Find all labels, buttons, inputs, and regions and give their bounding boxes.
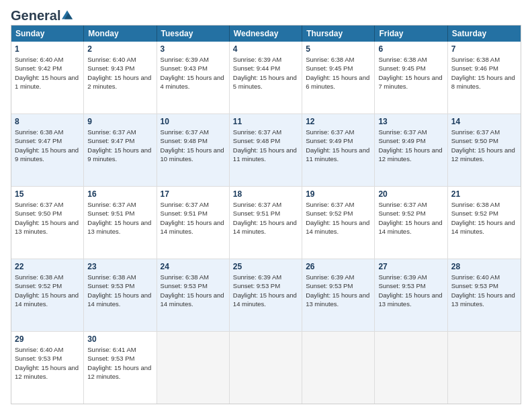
day-number: 10 [161, 117, 226, 126]
sunset-text: Sunset: 9:50 PM [15, 209, 80, 218]
day-info: Sunrise: 6:37 AMSunset: 9:50 PMDaylight:… [15, 200, 80, 236]
daylight-text: Daylight: 15 hours and 11 minutes. [233, 146, 298, 164]
page: General SundayMondayTuesdayWednesdayThur… [0, 0, 532, 411]
logo-icon [62, 9, 73, 20]
day-cell: 5Sunrise: 6:38 AMSunset: 9:45 PMDaylight… [302, 42, 375, 113]
day-number: 17 [161, 189, 226, 199]
day-info: Sunrise: 6:37 AMSunset: 9:49 PMDaylight:… [306, 128, 371, 163]
sunrise-text: Sunrise: 6:37 AM [378, 200, 443, 209]
day-cell: 12Sunrise: 6:37 AMSunset: 9:49 PMDayligh… [302, 114, 375, 186]
calendar-row: 8Sunrise: 6:38 AMSunset: 9:47 PMDaylight… [11, 113, 521, 186]
sunrise-text: Sunrise: 6:37 AM [87, 128, 152, 136]
day-cell: 4Sunrise: 6:39 AMSunset: 9:44 PMDaylight… [230, 42, 302, 113]
weekday-header: Sunday [11, 26, 84, 42]
day-number: 16 [87, 189, 152, 199]
day-number: 27 [378, 262, 443, 271]
day-info: Sunrise: 6:37 AMSunset: 9:48 PMDaylight:… [161, 128, 226, 163]
daylight-text: Daylight: 15 hours and 10 minutes. [161, 146, 226, 164]
day-info: Sunrise: 6:38 AMSunset: 9:52 PMDaylight:… [15, 273, 80, 308]
sunrise-text: Sunrise: 6:40 AM [87, 55, 152, 64]
sunrise-text: Sunrise: 6:37 AM [87, 200, 152, 209]
sunrise-text: Sunrise: 6:39 AM [306, 273, 371, 281]
daylight-text: Daylight: 15 hours and 13 minutes. [306, 291, 371, 309]
calendar-row: 15Sunrise: 6:37 AMSunset: 9:50 PMDayligh… [11, 186, 521, 259]
sunset-text: Sunset: 9:53 PM [378, 281, 443, 290]
calendar-body: 1Sunrise: 6:40 AMSunset: 9:42 PMDaylight… [11, 42, 521, 404]
daylight-text: Daylight: 15 hours and 2 minutes. [87, 73, 152, 91]
sunset-text: Sunset: 9:49 PM [306, 136, 371, 145]
sunset-text: Sunset: 9:49 PM [378, 136, 443, 145]
sunrise-text: Sunrise: 6:37 AM [306, 128, 371, 136]
day-cell: 15Sunrise: 6:37 AMSunset: 9:50 PMDayligh… [11, 187, 84, 259]
day-info: Sunrise: 6:39 AMSunset: 9:43 PMDaylight:… [161, 55, 226, 91]
daylight-text: Daylight: 15 hours and 14 minutes. [233, 291, 298, 309]
calendar-header: SundayMondayTuesdayWednesdayThursdayFrid… [11, 26, 521, 42]
weekday-header: Monday [84, 26, 157, 42]
sunrise-text: Sunrise: 6:37 AM [451, 128, 517, 136]
sunset-text: Sunset: 9:43 PM [161, 64, 226, 73]
day-cell: 19Sunrise: 6:37 AMSunset: 9:52 PMDayligh… [302, 187, 375, 259]
day-cell: 1Sunrise: 6:40 AMSunset: 9:42 PMDaylight… [11, 42, 84, 113]
sunrise-text: Sunrise: 6:39 AM [161, 55, 226, 64]
day-cell: 26Sunrise: 6:39 AMSunset: 9:53 PMDayligh… [302, 259, 375, 331]
daylight-text: Daylight: 15 hours and 12 minutes. [87, 363, 152, 381]
sunset-text: Sunset: 9:44 PM [233, 64, 298, 73]
sunrise-text: Sunrise: 6:37 AM [161, 200, 226, 209]
weekday-header: Wednesday [230, 26, 302, 42]
day-info: Sunrise: 6:39 AMSunset: 9:53 PMDaylight:… [378, 273, 443, 308]
sunset-text: Sunset: 9:52 PM [15, 281, 80, 290]
sunset-text: Sunset: 9:52 PM [451, 209, 517, 218]
sunrise-text: Sunrise: 6:38 AM [87, 273, 152, 281]
calendar-row: 1Sunrise: 6:40 AMSunset: 9:42 PMDaylight… [11, 42, 521, 113]
day-number: 20 [378, 189, 443, 199]
sunset-text: Sunset: 9:53 PM [15, 354, 80, 363]
day-info: Sunrise: 6:40 AMSunset: 9:43 PMDaylight:… [87, 55, 152, 91]
day-number: 1 [15, 44, 80, 54]
day-info: Sunrise: 6:40 AMSunset: 9:53 PMDaylight:… [451, 273, 517, 308]
sunrise-text: Sunrise: 6:37 AM [378, 128, 443, 136]
sunset-text: Sunset: 9:48 PM [233, 136, 298, 145]
sunrise-text: Sunrise: 6:40 AM [15, 55, 80, 64]
day-info: Sunrise: 6:37 AMSunset: 9:47 PMDaylight:… [87, 128, 152, 163]
sunset-text: Sunset: 9:53 PM [87, 281, 152, 290]
daylight-text: Daylight: 15 hours and 9 minutes. [15, 146, 80, 164]
daylight-text: Daylight: 15 hours and 1 minute. [15, 73, 80, 91]
day-number: 21 [451, 189, 517, 199]
day-info: Sunrise: 6:37 AMSunset: 9:51 PMDaylight:… [233, 200, 298, 236]
daylight-text: Daylight: 15 hours and 13 minutes. [378, 291, 443, 309]
sunrise-text: Sunrise: 6:37 AM [306, 200, 371, 209]
day-number: 29 [15, 334, 80, 344]
sunset-text: Sunset: 9:47 PM [15, 136, 80, 145]
day-info: Sunrise: 6:37 AMSunset: 9:52 PMDaylight:… [378, 200, 443, 236]
calendar: SundayMondayTuesdayWednesdayThursdayFrid… [11, 25, 521, 404]
day-cell: 3Sunrise: 6:39 AMSunset: 9:43 PMDaylight… [157, 42, 230, 113]
daylight-text: Daylight: 15 hours and 12 minutes. [15, 363, 80, 381]
weekday-header: Friday [375, 26, 447, 42]
daylight-text: Daylight: 15 hours and 13 minutes. [451, 291, 517, 309]
day-cell: 14Sunrise: 6:37 AMSunset: 9:50 PMDayligh… [448, 114, 521, 186]
sunrise-text: Sunrise: 6:40 AM [451, 273, 517, 281]
sunrise-text: Sunrise: 6:39 AM [233, 273, 298, 281]
day-info: Sunrise: 6:38 AMSunset: 9:45 PMDaylight:… [378, 55, 443, 91]
day-number: 26 [306, 262, 371, 271]
sunset-text: Sunset: 9:43 PM [87, 64, 152, 73]
day-cell: 17Sunrise: 6:37 AMSunset: 9:51 PMDayligh… [157, 187, 230, 259]
day-cell: 6Sunrise: 6:38 AMSunset: 9:45 PMDaylight… [375, 42, 447, 113]
day-number: 3 [161, 44, 226, 54]
daylight-text: Daylight: 15 hours and 14 minutes. [233, 218, 298, 236]
day-number: 23 [87, 262, 152, 271]
empty-cell [375, 332, 447, 404]
sunset-text: Sunset: 9:48 PM [161, 136, 226, 145]
sunset-text: Sunset: 9:45 PM [306, 64, 371, 73]
daylight-text: Daylight: 15 hours and 13 minutes. [87, 218, 152, 236]
day-info: Sunrise: 6:37 AMSunset: 9:52 PMDaylight:… [306, 200, 371, 236]
sunrise-text: Sunrise: 6:38 AM [15, 273, 80, 281]
sunrise-text: Sunrise: 6:37 AM [233, 200, 298, 209]
day-cell: 30Sunrise: 6:41 AMSunset: 9:53 PMDayligh… [84, 332, 157, 404]
daylight-text: Daylight: 15 hours and 14 minutes. [451, 218, 517, 236]
daylight-text: Daylight: 15 hours and 12 minutes. [378, 146, 443, 164]
weekday-header: Thursday [302, 26, 375, 42]
sunrise-text: Sunrise: 6:38 AM [161, 273, 226, 281]
sunset-text: Sunset: 9:50 PM [451, 136, 517, 145]
day-number: 6 [378, 44, 443, 54]
